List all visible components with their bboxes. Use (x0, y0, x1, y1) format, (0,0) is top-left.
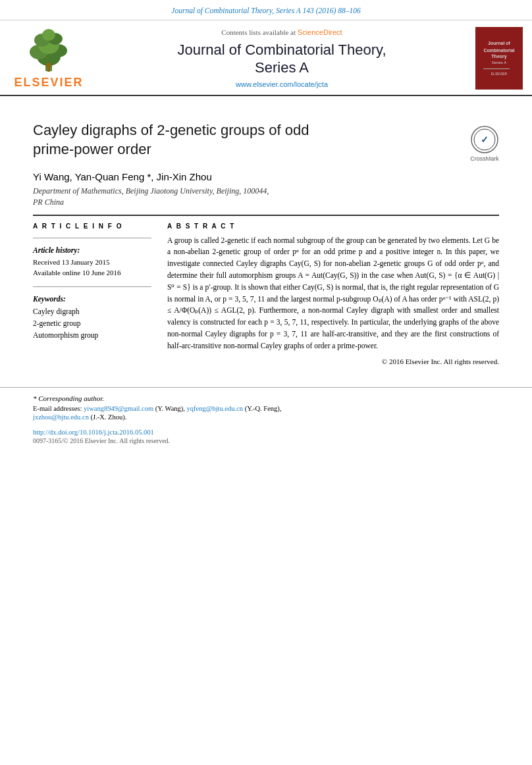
elsevier-wordmark: ELSEVIER (14, 76, 83, 90)
svg-point-8 (46, 63, 51, 68)
journal-header: ELSEVIER Contents lists available at Sci… (0, 20, 532, 96)
keyword-2: 2-genetic group (33, 317, 151, 329)
corresponding-author-note: * Corresponding author. (33, 394, 499, 402)
info-divider (33, 238, 151, 238)
email-label: E-mail addresses: (33, 405, 82, 412)
elsevier-logo: ELSEVIER (9, 27, 88, 90)
abstract-col: A B S T R A C T A group is called 2-gene… (167, 223, 499, 367)
email2-link[interactable]: yqfeng@bjtu.edu.cn (187, 405, 243, 412)
article-info-heading: A R T I C L E I N F O (33, 223, 151, 230)
email1-attribution: (Y. Wang), (155, 405, 185, 412)
keywords-heading: Keywords: (33, 295, 151, 303)
crossmark-icon: ✓ (470, 125, 499, 154)
abstract-heading: A B S T R A C T (167, 223, 499, 230)
svg-point-7 (42, 29, 55, 41)
top-journal-bar: Journal of Combinatorial Theory, Series … (0, 0, 532, 20)
doi-link[interactable]: http://dx.doi.org/10.1016/j.jcta.2016.05… (33, 429, 154, 436)
sciencedirect-link: ScienceDirect (298, 28, 342, 36)
article-info-col: A R T I C L E I N F O Article history: R… (33, 223, 151, 367)
article-title: Cayley digraphs of 2-genetic groups of o… (33, 121, 309, 159)
email3-attribution: (J.-X. Zhou). (91, 413, 127, 421)
keywords-divider (33, 286, 151, 287)
doi-line[interactable]: http://dx.doi.org/10.1016/j.jcta.2016.05… (33, 429, 499, 436)
abstract-paragraph: A group is called 2-genetic if each norm… (167, 235, 499, 352)
svg-text:✓: ✓ (481, 134, 489, 145)
keyword-1: Cayley digraph (33, 305, 151, 317)
abstract-text: A group is called 2-genetic if each norm… (167, 235, 499, 367)
journal-website: www.elsevier.com/locate/jcta (236, 80, 328, 88)
received-line: Received 13 January 2015 (33, 257, 151, 268)
contents-line: Contents lists available at ScienceDirec… (221, 28, 342, 36)
journal-cover-image: Journal of Combinatorial Theory Series A… (475, 27, 523, 90)
thick-divider (33, 215, 499, 216)
issn-line: 0097-3165/© 2016 Elsevier Inc. All right… (33, 437, 499, 444)
email2-attribution: (Y.-Q. Feng), (245, 405, 282, 412)
keywords-section: Keywords: Cayley digraph 2-genetic group… (33, 295, 151, 342)
footer-area: * Corresponding author. E-mail addresses… (0, 387, 532, 444)
article-history-heading: Article history: (33, 246, 151, 254)
two-col-section: A R T I C L E I N F O Article history: R… (33, 223, 499, 367)
email3-line: jxzhou@bjtu.edu.cn (J.-X. Zhou). (33, 413, 499, 421)
elsevier-tree-icon (19, 27, 78, 73)
journal-big-title: Journal of Combinatorial Theory, Series … (177, 41, 386, 76)
authors-line: Yi Wang, Yan-Quan Feng *, Jin-Xin Zhou (33, 171, 499, 182)
journal-title-center: Contents lists available at ScienceDirec… (96, 27, 467, 90)
crossmark-label: CrossMark (470, 155, 499, 162)
affiliation: Department of Mathematics, Beijing Jiaot… (33, 186, 499, 208)
page: Journal of Combinatorial Theory, Series … (0, 0, 532, 765)
journal-reference-link[interactable]: Journal of Combinatorial Theory, Series … (171, 7, 360, 14)
copyright-line: © 2016 Elsevier Inc. All rights reserved… (167, 356, 499, 367)
keyword-3: Automorphism group (33, 329, 151, 341)
article-title-section: Cayley digraphs of 2-genetic groups of o… (33, 121, 499, 162)
email1-link[interactable]: yiwang8949@gmail.com (84, 405, 153, 412)
available-line: Available online 10 June 2016 (33, 267, 151, 278)
email-addresses-line: E-mail addresses: yiwang8949@gmail.com (… (33, 405, 499, 412)
svg-rect-9 (47, 68, 50, 72)
crossmark-badge[interactable]: ✓ CrossMark (470, 125, 499, 162)
main-content: Cayley digraphs of 2-genetic groups of o… (0, 96, 532, 367)
email3-link[interactable]: jxzhou@bjtu.edu.cn (33, 413, 89, 421)
